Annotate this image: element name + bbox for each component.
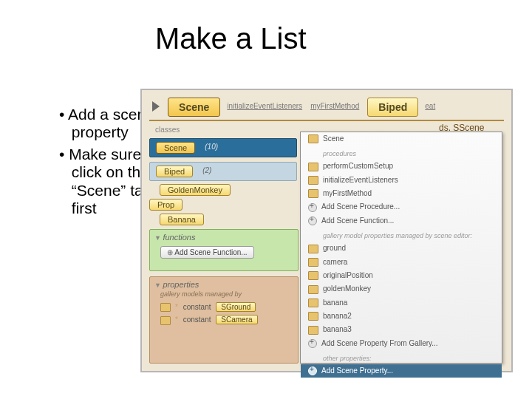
folder-icon — [308, 299, 318, 307]
folder-icon — [308, 285, 318, 294]
const-sground[interactable]: * constant SGround — [150, 301, 298, 313]
menu-banana[interactable]: banana — [301, 296, 502, 310]
class-biped-count: (2) — [202, 166, 211, 174]
plus-icon — [308, 216, 317, 225]
menu-add-scene-property[interactable]: Add Scene Property... — [301, 364, 502, 378]
add-scene-function-button[interactable]: Add Scene Function... — [160, 246, 254, 259]
menu-original-position[interactable]: originalPosition — [301, 269, 502, 282]
class-scene-count: (10) — [205, 143, 218, 151]
slide-title: Make a List — [155, 22, 307, 55]
menu-perform-custom-setup[interactable]: performCustomSetup — [301, 160, 502, 173]
menu-my-first-method[interactable]: myFirstMethod — [301, 187, 502, 200]
folder-icon — [308, 312, 318, 321]
menu-add-from-gallery[interactable]: Add Scene Property From Gallery... — [301, 337, 502, 350]
properties-note: gallery models managed by — [150, 289, 298, 301]
tab-bar: Scene initializeEventListeners myFirstMe… — [149, 98, 504, 121]
menu-ground[interactable]: ground — [301, 242, 502, 255]
class-prop-chip: Prop — [149, 199, 183, 211]
classes-label: classes — [155, 126, 297, 134]
tab-biped-eat[interactable]: eat — [425, 102, 435, 110]
folder-icon — [308, 271, 318, 280]
menu-initialize-event-listeners[interactable]: initializeEventListeners — [301, 174, 502, 187]
functions-header[interactable]: functions — [150, 230, 298, 242]
menu-add-scene-function[interactable]: Add Scene Function... — [301, 214, 502, 228]
tab-my-first-method[interactable]: myFirstMethod — [310, 102, 359, 110]
folder-icon — [308, 163, 318, 171]
class-prop-row[interactable]: Prop — [149, 199, 297, 211]
menu-golden-monkey[interactable]: goldenMonkey — [301, 282, 502, 296]
class-goldenmonkey-chip[interactable]: GoldenMonkey — [160, 184, 231, 196]
menu-gallery-label: gallery model properties managed by scen… — [301, 228, 502, 242]
properties-header[interactable]: properties — [150, 277, 298, 289]
menu-scene[interactable]: Scene — [301, 132, 502, 146]
class-biped-chip: Biped — [156, 166, 193, 177]
menu-procedures-label: procedures — [301, 146, 502, 160]
class-scene-chip: Scene — [156, 142, 195, 154]
menu-camera[interactable]: camera — [301, 256, 502, 269]
folder-icon — [308, 245, 318, 253]
tab-init-listeners[interactable]: initializeEventListeners — [227, 102, 302, 110]
class-biped-row[interactable]: Biped (2) — [149, 162, 297, 181]
folder-icon — [308, 134, 318, 143]
menu-banana3[interactable]: banana3 — [301, 323, 502, 336]
folder-icon — [308, 176, 318, 185]
functions-panel: functions Add Scene Function... — [149, 229, 299, 271]
menu-other-label: other properties: — [301, 350, 502, 364]
folder-icon — [308, 326, 318, 335]
screenshot-area: Scene initializeEventListeners myFirstMe… — [140, 89, 513, 372]
tab-scene[interactable]: Scene — [168, 98, 220, 117]
class-scene-row[interactable]: Scene (10) — [149, 138, 297, 157]
const-scamera[interactable]: * constant SCamera — [150, 313, 298, 326]
folder-icon — [308, 189, 318, 198]
properties-panel: properties gallery models managed by * c… — [149, 276, 299, 364]
plus-icon — [308, 203, 317, 212]
plus-icon — [308, 366, 317, 375]
plus-icon — [308, 339, 317, 348]
const-sground-chip: SGround — [216, 302, 256, 312]
folder-icon — [160, 303, 171, 312]
const-scamera-chip: SCamera — [216, 315, 257, 324]
folder-icon — [160, 316, 171, 325]
context-menu: Scene procedures performCustomSetup init… — [300, 132, 502, 364]
folder-icon — [308, 258, 318, 267]
menu-banana2[interactable]: banana2 — [301, 310, 502, 323]
class-banana-chip[interactable]: Banana — [160, 214, 204, 225]
menu-add-scene-procedure[interactable]: Add Scene Procedure... — [301, 200, 502, 214]
tab-biped[interactable]: Biped — [367, 98, 418, 117]
run-icon[interactable] — [152, 101, 160, 112]
